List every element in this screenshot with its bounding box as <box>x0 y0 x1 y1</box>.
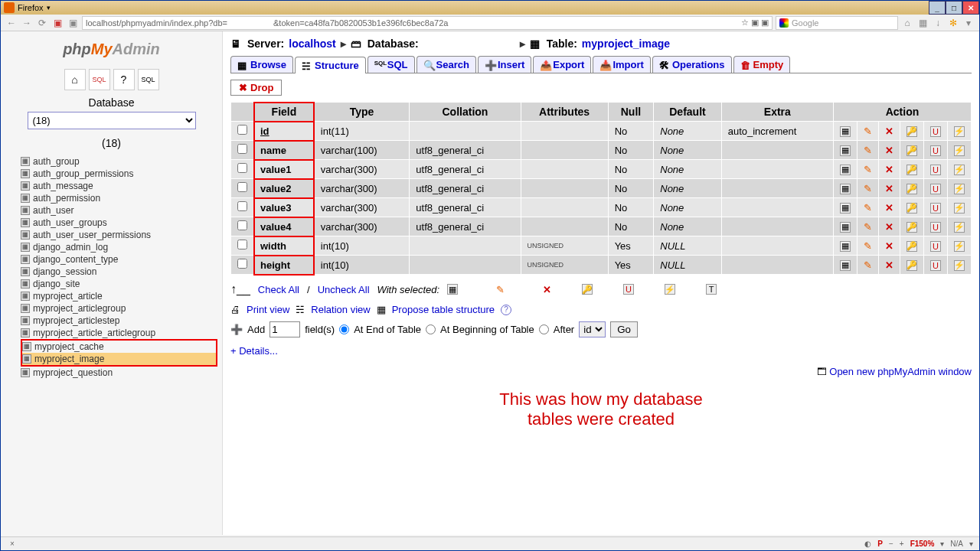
table-link[interactable]: myproject_image <box>582 37 670 50</box>
change-icon[interactable]: ▦ <box>840 260 851 271</box>
radio-end[interactable] <box>339 324 349 334</box>
change-icon[interactable]: ▦ <box>840 222 851 233</box>
unique-icon[interactable]: U <box>930 145 941 156</box>
index-icon[interactable]: ⚡ <box>954 184 965 194</box>
drop-icon[interactable]: ✕ <box>885 183 893 194</box>
index-icon[interactable]: ⚡ <box>954 145 965 156</box>
change-icon[interactable]: ▦ <box>840 145 851 156</box>
withsel-edit-icon[interactable]: ✎ <box>496 284 505 295</box>
sidebar-table-item[interactable]: ▦auth_group <box>21 155 217 168</box>
sidebar-table-item[interactable]: ▦myproject_articlestep <box>21 315 217 327</box>
addon2-icon[interactable]: ▣ <box>67 17 79 29</box>
sidebar-table-item[interactable]: ▦auth_user_user_permissions <box>21 229 217 241</box>
drop-icon[interactable]: ✕ <box>885 202 893 214</box>
withsel-unique-icon[interactable]: U <box>623 284 634 295</box>
primary-icon[interactable]: 🔑 <box>906 241 917 252</box>
sidebar-table-item[interactable]: ▦auth_user <box>21 204 217 217</box>
row-checkbox[interactable] <box>237 240 247 249</box>
tab-browse[interactable]: ▦Browse <box>230 56 293 73</box>
edit-icon[interactable]: ✎ <box>864 202 872 214</box>
sidebar-table-item[interactable]: ▦django_session <box>21 266 217 278</box>
edit-icon[interactable]: ✎ <box>864 183 872 194</box>
print-view-link[interactable]: Print view <box>247 304 289 315</box>
url-input[interactable]: localhost/phpmyadmin/index.php?db= &toke… <box>82 16 773 30</box>
tab-empty[interactable]: 🗑Empty <box>733 56 791 73</box>
drop-button[interactable]: ✖ Drop <box>230 80 282 96</box>
edit-icon[interactable]: ✎ <box>864 221 872 233</box>
database-select[interactable]: (18) <box>28 112 196 129</box>
reload-icon[interactable]: ⟳ <box>36 17 48 29</box>
unique-icon[interactable]: U <box>930 165 941 175</box>
drop-icon[interactable]: ✕ <box>885 164 893 175</box>
row-checkbox[interactable] <box>237 125 247 135</box>
withsel-primary-icon[interactable]: 🔑 <box>582 284 593 295</box>
sidebar-table-item[interactable]: ▦django_content_type <box>21 253 217 266</box>
sidebar-table-item[interactable]: ▦myproject_cache <box>22 341 216 353</box>
menu-icon[interactable]: ▾ <box>962 17 975 29</box>
edit-icon[interactable]: ✎ <box>864 240 872 252</box>
change-icon[interactable]: ▦ <box>840 165 851 175</box>
withsel-fulltext-icon[interactable]: T <box>706 284 717 295</box>
change-icon[interactable]: ▦ <box>840 241 851 252</box>
sidebar-table-item[interactable]: ▦myproject_image <box>22 353 216 365</box>
tab-import[interactable]: 📥Import <box>593 56 650 73</box>
index-icon[interactable]: ⚡ <box>954 241 965 252</box>
primary-icon[interactable]: 🔑 <box>906 145 917 156</box>
unique-icon[interactable]: U <box>930 184 941 194</box>
open-window-link[interactable]: Open new phpMyAdmin window <box>829 366 972 377</box>
after-field-select[interactable]: id <box>579 321 606 337</box>
go-button[interactable]: Go <box>610 321 638 337</box>
radio-after[interactable] <box>539 324 549 334</box>
change-icon[interactable]: ▦ <box>840 184 851 194</box>
drop-icon[interactable]: ✕ <box>885 240 893 252</box>
unique-icon[interactable]: U <box>930 260 941 271</box>
row-checkbox[interactable] <box>237 201 247 211</box>
withsel-change-icon[interactable]: ▦ <box>447 284 458 295</box>
sidebar-table-item[interactable]: ▦auth_permission <box>21 192 217 204</box>
tab-operations[interactable]: 🛠Operations <box>652 56 732 73</box>
maximize-button[interactable]: □ <box>946 1 962 15</box>
row-checkbox[interactable] <box>237 182 247 192</box>
drop-icon[interactable]: ✕ <box>885 126 893 137</box>
unique-icon[interactable]: U <box>930 203 941 214</box>
drop-icon[interactable]: ✕ <box>885 221 893 233</box>
edit-icon[interactable]: ✎ <box>864 164 872 175</box>
primary-icon[interactable]: 🔑 <box>906 203 917 214</box>
tab-sql[interactable]: SQLSQL <box>368 56 415 73</box>
index-icon[interactable]: ⚡ <box>954 203 965 214</box>
relation-view-link[interactable]: Relation view <box>311 304 370 315</box>
row-checkbox[interactable] <box>237 220 247 230</box>
sidebar-table-item[interactable]: ▦auth_group_permissions <box>21 168 217 180</box>
help-icon[interactable]: ? <box>501 305 511 315</box>
withsel-drop-icon[interactable]: ✕ <box>543 284 551 295</box>
unique-icon[interactable]: U <box>930 222 941 233</box>
drop-icon[interactable]: ✕ <box>885 259 893 271</box>
search-input[interactable]: Google <box>776 16 898 30</box>
primary-icon[interactable]: 🔑 <box>906 184 917 194</box>
row-checkbox[interactable] <box>237 259 247 269</box>
sidebar-table-item[interactable]: ▦auth_message <box>21 180 217 192</box>
sidebar-table-item[interactable]: ▦django_admin_log <box>21 241 217 253</box>
sidebar-table-item[interactable]: ▦myproject_article <box>21 290 217 302</box>
minimize-button[interactable]: _ <box>929 1 946 15</box>
addon-icon[interactable]: ▣ <box>51 17 64 29</box>
withsel-index-icon[interactable]: ⚡ <box>665 284 675 295</box>
tab-structure[interactable]: ☵Structure <box>295 57 366 73</box>
change-icon[interactable]: ▦ <box>840 203 851 214</box>
unique-icon[interactable]: U <box>930 126 941 137</box>
details-link[interactable]: + Details... <box>230 341 972 361</box>
edit-icon[interactable]: ✎ <box>864 145 872 156</box>
primary-icon[interactable]: 🔑 <box>906 260 917 271</box>
propose-link[interactable]: Propose table structure <box>392 304 495 315</box>
index-icon[interactable]: ⚡ <box>954 165 965 175</box>
forward-icon[interactable]: → <box>21 17 33 29</box>
edit-icon[interactable]: ✎ <box>864 259 872 271</box>
primary-icon[interactable]: 🔑 <box>906 165 917 175</box>
back-icon[interactable]: ← <box>5 17 18 29</box>
sidebar-table-item[interactable]: ▦myproject_question <box>21 367 217 379</box>
row-checkbox[interactable] <box>237 144 247 154</box>
gear-icon[interactable]: ✻ <box>947 17 959 29</box>
bookmarks-icon[interactable]: ▦ <box>916 17 929 29</box>
downloads-icon[interactable]: ↓ <box>932 17 944 29</box>
check-all-link[interactable]: Check All <box>258 284 299 295</box>
